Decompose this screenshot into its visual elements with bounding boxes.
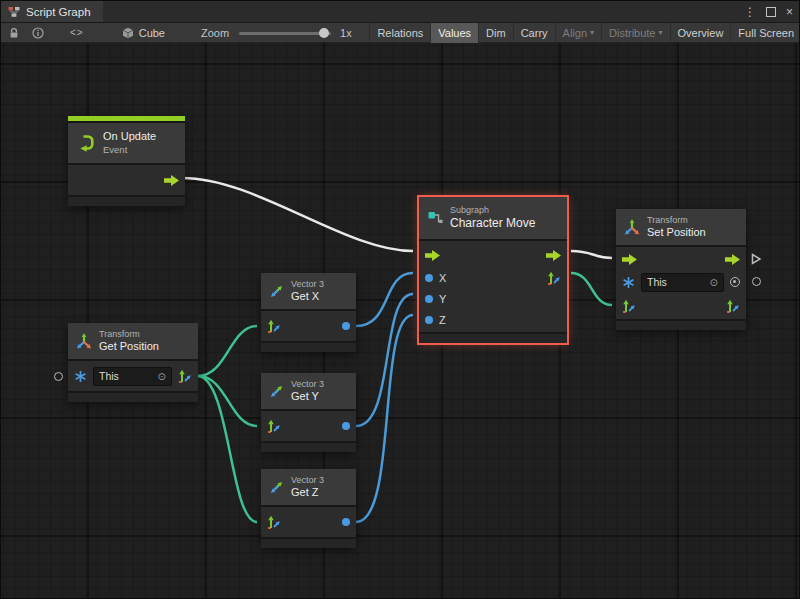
tab-script-graph[interactable]: Script Graph [1,1,103,22]
x-in-port[interactable] [425,274,433,282]
zoom-value: 1x [340,27,352,39]
zoom-label: Zoom [201,27,229,39]
vector3-out-port[interactable] [547,271,561,285]
node-character-move[interactable]: Subgraph Character Move X [419,197,567,343]
distribute-button[interactable]: Distribute▾ [601,23,669,43]
node-footer [261,443,356,452]
event-accent-strip [68,116,185,121]
subgraph-icon [427,210,443,226]
flow-in-port[interactable] [425,250,440,261]
chevron-down-icon: ▾ [659,28,663,37]
graph-toolbar: <> Cube Zoom 1x Relations Values Dim Car… [1,23,800,43]
node-on-update[interactable]: On Update Event [68,116,185,206]
flow-out-port[interactable] [164,175,179,186]
flow-in-port[interactable] [622,254,637,265]
tab-label: Script Graph [26,6,91,18]
on-update-icon [76,133,96,153]
transform-icon [76,333,92,349]
toolbar-buttons: Relations Values Dim Carry Align▾ Distri… [369,23,800,43]
titlebar: Script Graph ⋮ × [1,1,800,23]
node-category: Transform [647,215,706,226]
values-button[interactable]: Values [430,23,478,43]
unconnected-port-circle[interactable] [54,372,63,381]
node-title: Get Z [291,486,324,500]
zoom-slider-track[interactable] [239,32,331,35]
node-get-y[interactable]: Vector 3 Get Y [261,373,356,452]
fullscreen-button[interactable]: Full Screen [730,23,800,43]
node-title: Get X [291,290,324,304]
node-get-x[interactable]: Vector 3 Get X [261,273,356,352]
node-get-z[interactable]: Vector 3 Get Z [261,469,356,548]
float-out-port[interactable] [342,422,350,430]
node-title: Get Y [291,390,324,404]
vector3-icon [269,384,284,399]
unity-script-graph-window: Script Graph ⋮ × <> [0,0,800,599]
node-category: Vector 3 [291,379,324,390]
this-field[interactable]: This ⊙ [641,273,724,292]
target-object-label: Cube [139,27,165,39]
node-title: Set Position [647,226,706,240]
unconnected-flow-triangle[interactable] [751,253,762,265]
window-controls: ⋮ × [744,1,800,22]
node-set-position[interactable]: Transform Set Position This ⊙ [616,209,746,330]
vector3-out-port[interactable] [178,369,192,383]
chevron-down-icon: ▾ [590,28,594,37]
vector3-in-port[interactable] [267,319,281,333]
overview-button[interactable]: Overview [670,23,731,43]
flow-out-port[interactable] [546,250,561,261]
zoom-slider[interactable] [239,28,331,38]
lock-icon[interactable] [8,27,20,39]
value-out-port[interactable] [730,277,740,287]
info-icon[interactable] [32,27,44,39]
node-category: Vector 3 [291,279,324,290]
cube-icon [122,27,134,39]
dim-button[interactable]: Dim [478,23,513,43]
node-category: Transform [99,329,159,340]
node-footer [616,321,746,330]
vector3-in-port[interactable] [267,515,281,529]
code-icon[interactable]: <> [70,27,84,38]
y-in-port[interactable] [425,295,433,303]
vector3-in-port[interactable] [267,419,281,433]
transform-icon [624,219,640,235]
vector3-out-port[interactable] [726,299,740,313]
node-footer [68,393,198,402]
node-category: Vector 3 [291,475,324,486]
close-icon[interactable]: × [786,1,793,23]
relations-button[interactable]: Relations [369,23,430,43]
node-title: Get Position [99,340,159,354]
flow-out-port[interactable] [725,254,740,265]
node-footer [261,343,356,352]
menu-icon[interactable]: ⋮ [744,1,756,23]
carry-button[interactable]: Carry [513,23,555,43]
float-out-port[interactable] [342,322,350,330]
port-label-z: Z [439,314,446,326]
vector3-icon [269,480,284,495]
node-title: On Update [103,130,156,144]
axis-icon [74,370,87,383]
z-in-port[interactable] [425,316,433,324]
maximize-icon[interactable] [766,7,776,17]
this-field[interactable]: This ⊙ [93,367,172,386]
node-footer [261,539,356,548]
node-title: Character Move [450,216,535,231]
port-label-x: X [439,272,446,284]
axis-icon [622,276,635,289]
align-button[interactable]: Align▾ [555,23,601,43]
target-object-selector[interactable]: Cube [122,27,165,39]
target-picker-icon[interactable]: ⊙ [158,371,166,382]
unconnected-port-circle[interactable] [752,277,761,286]
target-picker-icon[interactable]: ⊙ [710,277,718,288]
node-get-position[interactable]: Transform Get Position This ⊙ [68,323,198,402]
node-category: Subgraph [450,205,535,216]
node-subtitle: Event [103,144,156,156]
port-label-y: Y [439,293,446,305]
zoom-slider-handle[interactable] [319,28,329,38]
script-graph-icon [8,6,20,18]
node-footer [419,334,567,343]
vector3-icon [269,284,284,299]
node-footer [68,197,185,206]
float-out-port[interactable] [342,518,350,526]
vector3-in-port[interactable] [622,299,636,313]
